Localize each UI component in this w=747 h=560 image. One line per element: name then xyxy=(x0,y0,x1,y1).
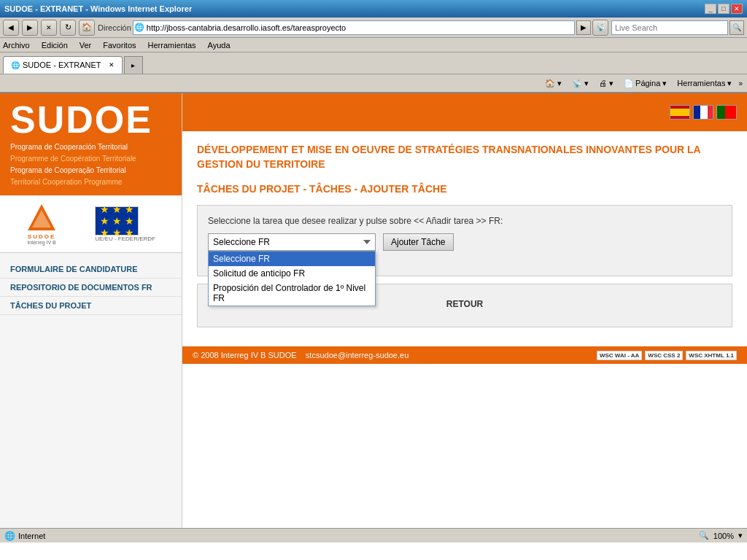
menu-ayuda[interactable]: Ayuda xyxy=(208,41,231,50)
pt-flag-svg xyxy=(717,105,736,120)
form-row: Seleccione FR Solicitud de anticipo FR P… xyxy=(208,233,721,251)
browser-title: SUDOE - EXTRANET - Windows Internet Expl… xyxy=(4,4,192,13)
form-instruction: Seleccione la tarea que desee realizar y… xyxy=(208,216,721,226)
zoom-label: 🔍 xyxy=(699,531,709,540)
menu-herramientas[interactable]: Herramientas xyxy=(148,41,196,50)
sudoe-icon-svg xyxy=(26,203,57,233)
page-tool-button[interactable]: 📄 Página ▾ xyxy=(620,77,670,90)
dropdown-option-proposicion[interactable]: Proposición del Controlador de 1º Nivel … xyxy=(209,281,375,306)
feeds-tool-button[interactable]: 📡 ▾ xyxy=(568,77,592,90)
copyright-text: © 2008 Interreg IV B SUDOE xyxy=(193,351,297,359)
task-select-wrapper: Seleccione FR Solicitud de anticipo FR P… xyxy=(208,233,376,251)
zoom-dropdown-icon[interactable]: ▾ xyxy=(738,531,743,540)
fr-flag-svg xyxy=(694,105,713,120)
badge-css: WSC CSS 2 xyxy=(645,351,683,360)
page-label: 📄 xyxy=(624,79,634,88)
status-bar: 🌐 Internet 🔍 100% ▾ xyxy=(0,528,747,542)
task-select[interactable]: Seleccione FR Solicitud de anticipo FR P… xyxy=(208,233,376,251)
rss-button[interactable]: 📡 xyxy=(592,20,608,36)
svg-rect-8 xyxy=(717,105,725,120)
search-button[interactable]: 🔍 xyxy=(729,20,744,35)
address-bar-container: Dirección 🌐 ▶ 📡 xyxy=(98,20,608,36)
page-tool-label: Página ▾ xyxy=(635,79,667,88)
form-section: Seleccione la tarea que desee realizar y… xyxy=(197,205,732,276)
close-button[interactable]: ✕ xyxy=(731,4,743,14)
search-input[interactable] xyxy=(611,20,728,35)
minimize-button[interactable]: _ xyxy=(705,4,716,14)
tabs-bar: 🌐 SUDOE - EXTRANET ✕ ▸ xyxy=(0,52,747,74)
es-flag-svg xyxy=(670,105,689,120)
program-line-2: Programme de Coopération Territoriale xyxy=(10,153,171,165)
sudoe-small-text: SUDOE xyxy=(28,233,55,240)
menu-archivo[interactable]: Archivo xyxy=(3,41,30,50)
eu-flag: ★ ★ ★★ ★ ★★ ★ ★ xyxy=(95,206,139,236)
menu-favoritos[interactable]: Favoritos xyxy=(103,41,136,50)
status-text: Internet xyxy=(18,532,45,540)
maximize-button[interactable]: □ xyxy=(718,4,729,14)
dropdown-open: Seleccione FR Solicitud de anticipo FR P… xyxy=(208,251,376,306)
retour-button[interactable]: RETOUR xyxy=(446,299,483,309)
program-line-3: Programa de Cooperação Territorial xyxy=(10,165,171,176)
menu-edicion[interactable]: Edición xyxy=(42,41,68,50)
sidebar-item-repositorio[interactable]: REPOSITORIO DE DOCUMENTOS FR xyxy=(0,279,182,297)
sidebar-logos: SUDOE Interreg IV B ★ ★ ★★ ★ ★★ ★ ★ UE/E… xyxy=(0,195,182,253)
sidebar-item-taches[interactable]: TÂCHES DU PROJET xyxy=(0,297,182,315)
forward-button[interactable]: ▶ xyxy=(22,20,38,36)
sudoe-small-logo: SUDOE Interreg IV B xyxy=(26,203,57,245)
active-tab[interactable]: 🌐 SUDOE - EXTRANET ✕ xyxy=(3,56,123,74)
go-button[interactable]: ▶ xyxy=(576,20,591,35)
tab-close-icon[interactable]: ✕ xyxy=(109,61,115,69)
content-header xyxy=(182,93,747,131)
eu-label: UE/EU - FEDER/ERDF xyxy=(95,236,155,242)
sidebar-item-formulaire[interactable]: FORMULAIRE DE CANDIDATURE xyxy=(0,260,182,279)
badge-wai: WSC WAI - AA xyxy=(597,351,642,360)
ie-toolbar: 🏠 ▾ 📡 ▾ 🖨 ▾ 📄 Página ▾ Herramientas ▾ » xyxy=(0,74,747,93)
ajouter-tache-button[interactable]: Ajouter Tâche xyxy=(383,233,454,251)
sidebar-nav: FORMULAIRE DE CANDIDATURE REPOSITORIO DE… xyxy=(0,253,182,322)
sudoe-logo-text: SUDOE xyxy=(10,101,171,139)
home-tool-button[interactable]: 🏠 ▾ xyxy=(541,77,565,90)
footer-email-link[interactable]: stcsudoe@interreg-sudoe.eu xyxy=(306,351,409,359)
tab-favicon-icon: 🌐 xyxy=(11,61,20,69)
zoom-value: 100% xyxy=(713,532,734,540)
status-icon: 🌐 xyxy=(4,531,15,541)
tools-label: Herramientas ▾ xyxy=(677,79,732,88)
svg-rect-3 xyxy=(670,109,689,116)
search-container: 🔍 xyxy=(611,20,744,35)
home-button[interactable]: 🏠 xyxy=(79,20,95,36)
tools-tool-button[interactable]: Herramientas ▾ xyxy=(673,77,735,90)
footer-copyright: © 2008 Interreg IV B SUDOE stcsudoe@inte… xyxy=(193,351,409,359)
dropdown-option-seleccione[interactable]: Seleccione FR xyxy=(209,252,375,266)
address-label: Dirección xyxy=(98,23,131,32)
program-line-1: Programa de Cooperación Territorial xyxy=(10,141,171,153)
interreg-subtitle: Interreg IV B xyxy=(27,240,55,245)
section-title: TÂCHES DU PROJET - TÂCHES - AJOUTER TÂCH… xyxy=(197,183,732,195)
stop-button[interactable]: ✕ xyxy=(41,20,57,36)
main-wrapper: SUDOE Programa de Cooperación Territoria… xyxy=(0,93,747,528)
footer-badges: WSC WAI - AA WSC CSS 2 WSC XHTML 1.1 xyxy=(597,351,737,360)
content-inner: DÉVELOPPEMENT ET MISE EN OEUVRE DE STRAT… xyxy=(182,131,747,346)
page-title: DÉVELOPPEMENT ET MISE EN OEUVRE DE STRAT… xyxy=(197,143,732,171)
sidebar: SUDOE Programa de Cooperación Territoria… xyxy=(0,93,182,528)
eu-flag-container: ★ ★ ★★ ★ ★★ ★ ★ UE/EU - FEDER/ERDF xyxy=(95,206,155,242)
flag-es-button[interactable] xyxy=(670,105,690,120)
status-left: 🌐 Internet xyxy=(4,531,45,541)
sidebar-programs: Programa de Cooperación Territorial Prog… xyxy=(10,141,171,188)
address-input[interactable] xyxy=(133,20,575,35)
svg-rect-5 xyxy=(694,105,700,120)
browser-titlebar: SUDOE - EXTRANET - Windows Internet Expl… xyxy=(0,0,747,18)
program-line-4: Territorial Cooperation Programme xyxy=(10,176,171,188)
menu-ver[interactable]: Ver xyxy=(80,41,92,50)
dropdown-option-anticipo[interactable]: Solicitud de anticipo FR xyxy=(209,266,375,281)
refresh-button[interactable]: ↻ xyxy=(60,20,76,36)
flag-pt-button[interactable] xyxy=(716,105,737,120)
window-controls: _ □ ✕ xyxy=(705,4,743,14)
status-right: 🔍 100% ▾ xyxy=(699,531,743,540)
tab-title: SUDOE - EXTRANET xyxy=(23,61,101,69)
back-button[interactable]: ◀ xyxy=(3,20,19,36)
print-tool-button[interactable]: 🖨 ▾ xyxy=(595,77,617,90)
svg-rect-6 xyxy=(708,105,713,120)
flag-fr-button[interactable] xyxy=(693,105,713,120)
new-tab-button[interactable]: ▸ xyxy=(124,56,143,74)
toolbar-more-button[interactable]: » xyxy=(738,79,743,88)
